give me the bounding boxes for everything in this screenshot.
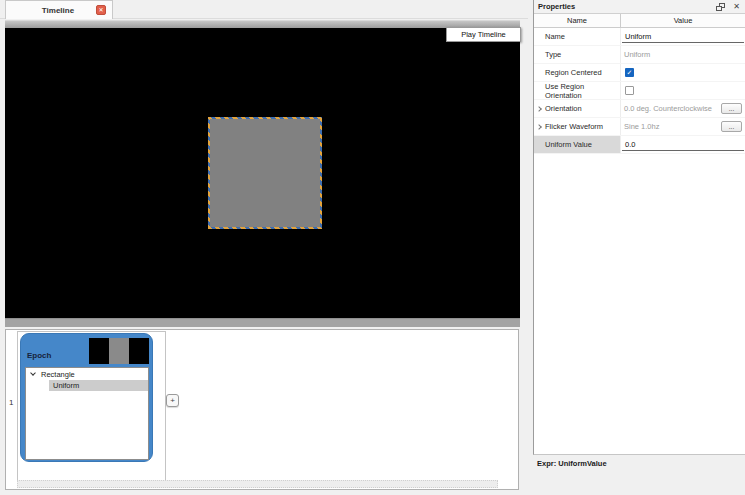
property-value-cell[interactable]: Uniform [621,28,745,45]
tree-item-uniform-label: Uniform [53,381,79,390]
property-value-summary: Sine 1.0hz [621,122,721,131]
property-value-cell[interactable]: ✓ [621,64,745,81]
expander-icon[interactable] [536,106,542,112]
property-name-label: Uniform Value [545,140,592,149]
properties-header-row: Name Value [534,14,745,28]
property-value-cell[interactable]: Uniform [621,46,745,63]
timeline-tracks-panel: 1 Epoch Rectangle Uniform + [5,329,519,490]
property-name-cell[interactable]: Name [534,28,621,45]
property-row[interactable]: Flicker WaveformSine 1.0hz... [534,118,745,136]
expander-icon[interactable] [536,124,542,130]
epoch-block[interactable]: Epoch Rectangle Uniform [20,333,153,462]
properties-titlebar: Properties ✕ [534,0,745,14]
property-name-label: Orientation [545,104,582,113]
property-name-cell[interactable]: Type [534,46,621,63]
property-row[interactable]: NameUniform [534,28,745,46]
thumbnail-bar [89,338,109,364]
tab-timeline[interactable]: Timeline ✕ [5,0,113,19]
track-cell[interactable]: Epoch Rectangle Uniform + [17,331,166,481]
properties-panel: Properties ✕ Name Value NameUniformTypeU… [533,0,745,455]
property-value-cell[interactable]: Sine 1.0hz... [621,118,745,135]
property-row[interactable]: Region Centered✓ [534,64,745,82]
close-panel-icon[interactable]: ✕ [733,3,740,11]
column-header-name: Name [534,14,621,27]
tree-item-uniform[interactable]: Uniform [49,380,148,391]
track-footer-band [17,480,498,488]
property-value-input[interactable]: Uniform [622,30,744,43]
property-value-summary: 0.0 deg. Counterclockwise [621,104,721,113]
property-value-cell[interactable]: 0.0 [621,136,745,153]
add-epoch-button[interactable]: + [166,394,179,407]
property-checkbox[interactable] [625,86,634,95]
property-row[interactable]: TypeUniform [534,46,745,64]
tab-bar: Timeline ✕ [0,0,528,19]
property-checkbox[interactable]: ✓ [625,68,634,77]
tab-timeline-label: Timeline [6,6,96,15]
property-name-cell[interactable]: Use Region Orientation [534,82,621,99]
chevron-down-icon[interactable] [30,370,36,376]
app-window: Timeline ✕ Play Timeline 1 Epoch Rectang… [0,0,745,495]
column-header-value: Value [621,14,745,27]
tree-item-rectangle[interactable]: Rectangle [26,368,148,380]
properties-title: Properties [534,2,716,11]
epoch-label: Epoch [27,351,51,360]
stimulus-canvas[interactable]: Play Timeline [5,28,520,318]
tree-item-rectangle-label: Rectangle [41,370,75,379]
property-name-label: Region Centered [545,68,602,77]
property-name-label: Type [545,50,561,59]
property-row[interactable]: Orientation0.0 deg. Counterclockwise... [534,100,745,118]
property-row[interactable]: Use Region Orientation [534,82,745,100]
property-name-cell[interactable]: Uniform Value [534,136,621,153]
expression-status-text: Expr: UniformValue [537,459,607,468]
epoch-layer-tree: Rectangle Uniform [25,367,149,460]
thumbnail-bar [109,338,129,364]
property-name-cell[interactable]: Region Centered [534,64,621,81]
tab-close-icon[interactable]: ✕ [96,5,106,15]
track-row-number: 1 [9,398,13,407]
ellipsis-button[interactable]: ... [721,103,742,114]
horizontal-scrollbar[interactable] [5,318,520,327]
stimulus-rectangle[interactable] [208,117,322,229]
canvas-toolbar-strip [5,20,520,28]
property-value-cell[interactable] [621,82,745,99]
property-name-label: Name [545,32,565,41]
property-value-input[interactable]: 0.0 [622,138,744,151]
property-row[interactable]: Uniform Value0.0 [534,136,745,154]
epoch-thumbnail [89,338,149,364]
property-name-label: Use Region Orientation [545,82,620,100]
properties-rows: NameUniformTypeUniformRegion Centered✓Us… [534,28,745,154]
property-name-cell[interactable]: Flicker Waveform [534,118,621,135]
property-name-cell[interactable]: Orientation [534,100,621,117]
property-value-cell[interactable]: 0.0 deg. Counterclockwise... [621,100,745,117]
play-timeline-button[interactable]: Play Timeline [446,27,521,42]
property-name-label: Flicker Waveform [545,122,603,131]
thumbnail-bar [129,338,149,364]
undock-panel-icon[interactable] [716,3,725,11]
property-value-readonly: Uniform [621,50,745,59]
ellipsis-button[interactable]: ... [721,121,742,132]
